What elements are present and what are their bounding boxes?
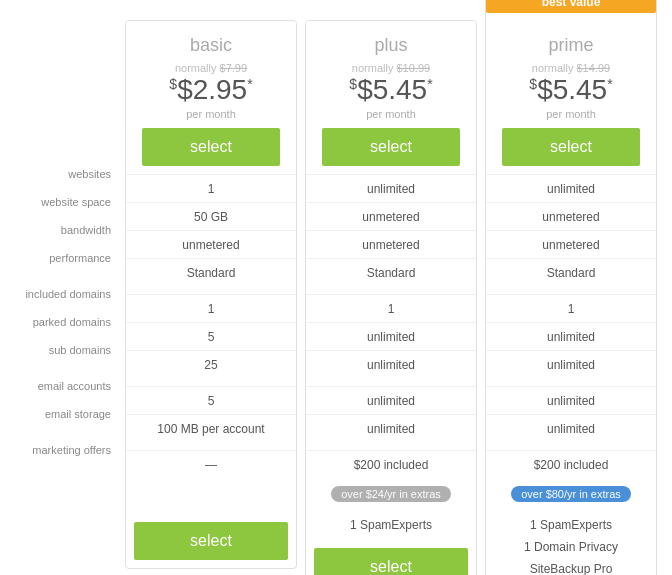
- plan-prime: best value prime normally $14.99 $$5.45*…: [485, 0, 657, 575]
- plus-extras-badge: over $24/yr in extras: [331, 486, 451, 502]
- prime-price: $$5.45* per month: [494, 74, 648, 120]
- plus-normally: normally $10.99: [314, 62, 468, 74]
- label-website-space: website space: [11, 188, 121, 216]
- plus-price: $$5.45* per month: [314, 74, 468, 120]
- basic-price: $$2.95* per month: [134, 74, 288, 120]
- plus-parked-domains: unlimited: [306, 322, 476, 350]
- basic-bandwidth: unmetered: [126, 230, 296, 258]
- plus-websites: unlimited: [306, 174, 476, 202]
- prime-extras-section: over $80/yr in extras: [486, 478, 656, 510]
- plus-original-price: $10.99: [396, 62, 430, 74]
- plus-features: unlimited unmetered unmetered Standard 1…: [306, 174, 476, 575]
- prime-extra-1: 1 SpamExperts: [494, 514, 648, 536]
- plus-select-button[interactable]: select: [322, 128, 460, 166]
- prime-per-month: per month: [494, 108, 648, 120]
- plus-website-space: unmetered: [306, 202, 476, 230]
- basic-header: basic normally $7.99 $$2.95* per month s…: [126, 21, 296, 174]
- prime-header: prime normally $14.99 $$5.45* per month …: [486, 21, 656, 174]
- basic-features: 1 50 GB unmetered Standard 1 5 25 5 100 …: [126, 174, 296, 560]
- prime-best-value-badge: best value: [486, 0, 656, 13]
- prime-included-domains: 1: [486, 294, 656, 322]
- basic-price-symbol: $: [169, 76, 177, 92]
- prime-plan-name: prime: [494, 35, 648, 56]
- basic-website-space: 50 GB: [126, 202, 296, 230]
- basic-websites: 1: [126, 174, 296, 202]
- prime-features: unlimited unmetered unmetered Standard 1…: [486, 174, 656, 575]
- plan-basic: basic normally $7.99 $$2.95* per month s…: [125, 20, 297, 569]
- plus-price-symbol: $: [349, 76, 357, 92]
- basic-email-storage: 100 MB per account: [126, 414, 296, 442]
- basic-per-month: per month: [134, 108, 288, 120]
- label-bandwidth: bandwidth: [11, 216, 121, 244]
- prime-extra-2: 1 Domain Privacy: [494, 536, 648, 558]
- prime-sub-domains: unlimited: [486, 350, 656, 378]
- plus-sub-domains: unlimited: [306, 350, 476, 378]
- prime-extra-3: SiteBackup Pro: [494, 558, 648, 575]
- prime-select-button[interactable]: select: [502, 128, 640, 166]
- basic-marketing-offers: —: [126, 450, 296, 478]
- basic-select-button[interactable]: select: [142, 128, 280, 166]
- plus-bandwidth: unmetered: [306, 230, 476, 258]
- prime-asterisk: *: [607, 76, 612, 92]
- plans-container: websites website space bandwidth perform…: [11, 20, 661, 575]
- label-email-accounts: email accounts: [11, 372, 121, 400]
- prime-bandwidth: unmetered: [486, 230, 656, 258]
- basic-parked-domains: 5: [126, 322, 296, 350]
- basic-select-bottom-button[interactable]: select: [134, 522, 288, 560]
- plus-email-storage: unlimited: [306, 414, 476, 442]
- plus-per-month: per month: [314, 108, 468, 120]
- prime-email-accounts: unlimited: [486, 386, 656, 414]
- basic-email-accounts: 5: [126, 386, 296, 414]
- plus-plan-name: plus: [314, 35, 468, 56]
- prime-website-space: unmetered: [486, 202, 656, 230]
- label-performance: performance: [11, 244, 121, 272]
- plus-extras-section: over $24/yr in extras: [306, 478, 476, 510]
- plus-header: plus normally $10.99 $$5.45* per month s…: [306, 21, 476, 174]
- basic-plan-name: basic: [134, 35, 288, 56]
- basic-normally: normally $7.99: [134, 62, 288, 74]
- label-included-domains: included domains: [11, 280, 121, 308]
- plus-email-accounts: unlimited: [306, 386, 476, 414]
- basic-included-domains: 1: [126, 294, 296, 322]
- prime-performance: Standard: [486, 258, 656, 286]
- basic-performance: Standard: [126, 258, 296, 286]
- prime-email-storage: unlimited: [486, 414, 656, 442]
- prime-normally: normally $14.99: [494, 62, 648, 74]
- prime-websites: unlimited: [486, 174, 656, 202]
- label-parked-domains: parked domains: [11, 308, 121, 336]
- prime-parked-domains: unlimited: [486, 322, 656, 350]
- label-marketing-offers: marketing offers: [11, 436, 121, 464]
- plus-marketing-offers: $200 included: [306, 450, 476, 478]
- prime-marketing-offers: $200 included: [486, 450, 656, 478]
- plus-extras-list: 1 SpamExperts: [306, 510, 476, 540]
- plus-included-domains: 1: [306, 294, 476, 322]
- plus-asterisk: *: [427, 76, 432, 92]
- basic-original-price: $7.99: [220, 62, 248, 74]
- row-labels-column: websites website space bandwidth perform…: [11, 20, 121, 464]
- plus-select-bottom-button[interactable]: select: [314, 548, 468, 575]
- basic-asterisk: *: [247, 76, 252, 92]
- prime-original-price: $14.99: [576, 62, 610, 74]
- plan-plus: plus normally $10.99 $$5.45* per month s…: [305, 20, 477, 575]
- label-sub-domains: sub domains: [11, 336, 121, 364]
- prime-extras-badge: over $80/yr in extras: [511, 486, 631, 502]
- prime-price-symbol: $: [529, 76, 537, 92]
- plus-extra-1: 1 SpamExperts: [314, 514, 468, 536]
- prime-extras-list: 1 SpamExperts 1 Domain Privacy SiteBacku…: [486, 510, 656, 575]
- basic-sub-domains: 25: [126, 350, 296, 378]
- label-websites: websites: [11, 160, 121, 188]
- label-email-storage: email storage: [11, 400, 121, 428]
- plus-performance: Standard: [306, 258, 476, 286]
